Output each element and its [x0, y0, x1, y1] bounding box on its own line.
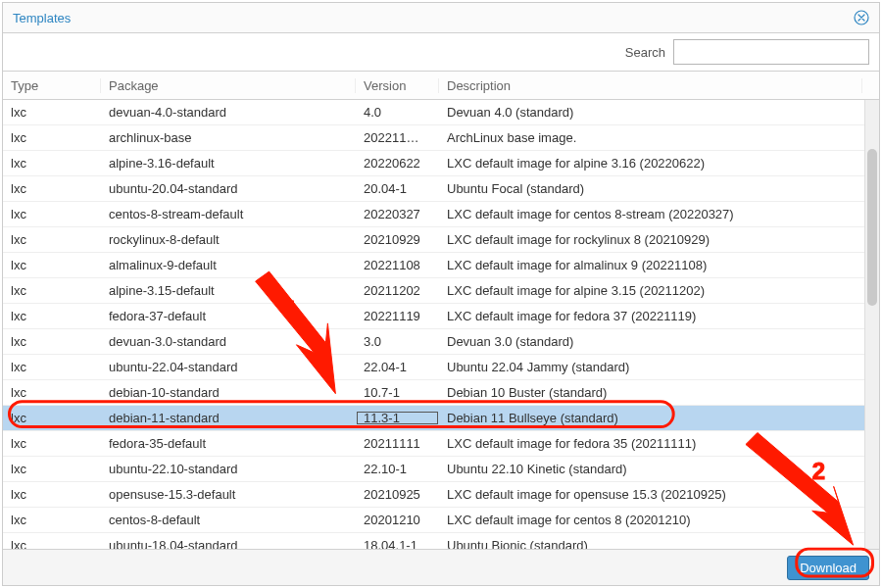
cell-type: lxc	[3, 232, 101, 247]
cell-type: lxc	[3, 258, 101, 272]
close-icon[interactable]	[854, 10, 869, 25]
table-row[interactable]: lxccentos-8-stream-default20220327LXC de…	[3, 202, 879, 227]
cell-type: lxc	[3, 487, 101, 502]
cell-version: 20.04-1	[356, 181, 439, 196]
cell-description: LXC default image for alpine 3.16 (20220…	[439, 156, 879, 171]
download-button[interactable]: Download	[787, 556, 869, 580]
cell-type: lxc	[3, 385, 101, 400]
cell-type: lxc	[3, 156, 101, 171]
cell-version: 20210929	[356, 232, 439, 247]
header-type[interactable]: Type	[3, 78, 101, 93]
cell-type: lxc	[3, 411, 101, 425]
cell-type: lxc	[3, 283, 101, 298]
cell-description: LXC default image for alpine 3.15 (20211…	[439, 283, 879, 298]
cell-type: lxc	[3, 130, 101, 145]
cell-package: ubuntu-20.04-standard	[101, 181, 356, 196]
cell-version: 11.3-1	[356, 411, 439, 425]
cell-version: 4.0	[356, 105, 439, 120]
table-row[interactable]: lxcdebian-11-standard11.3-1Debian 11 Bul…	[3, 406, 879, 431]
cell-version: 20220622	[356, 156, 439, 171]
cell-type: lxc	[3, 360, 101, 374]
cell-type: lxc	[3, 105, 101, 120]
table-row[interactable]: lxcfedora-37-default20221119LXC default …	[3, 304, 879, 329]
cell-version: 20211202	[356, 283, 439, 298]
cell-package: ubuntu-22.10-standard	[101, 462, 356, 476]
cell-description: LXC default image for fedora 37 (2022111…	[439, 309, 879, 323]
cell-description: LXC default image for almalinux 9 (20221…	[439, 258, 879, 272]
cell-version: 18.04.1-1	[356, 538, 439, 549]
cell-package: ubuntu-22.04-standard	[101, 360, 356, 374]
cell-description: Ubuntu Bionic (standard)	[439, 538, 879, 549]
table-row[interactable]: lxcopensuse-15.3-default20210925LXC defa…	[3, 482, 879, 508]
search-input[interactable]	[673, 39, 869, 65]
cell-type: lxc	[3, 513, 101, 527]
cell-description: Devuan 3.0 (standard)	[439, 334, 879, 349]
table-row[interactable]: lxcrockylinux-8-default20210929LXC defau…	[3, 227, 879, 253]
cell-package: devuan-3.0-standard	[101, 334, 356, 349]
table-row[interactable]: lxcdevuan-3.0-standard3.0Devuan 3.0 (sta…	[3, 329, 879, 355]
cell-description: LXC default image for centos 8 (20201210…	[439, 513, 879, 527]
table-row[interactable]: lxccentos-8-default20201210LXC default i…	[3, 508, 879, 533]
table-row[interactable]: lxcubuntu-18.04-standard18.04.1-1Ubuntu …	[3, 533, 879, 549]
cell-package: debian-11-standard	[101, 411, 356, 425]
cell-package: centos-8-stream-default	[101, 207, 356, 221]
cell-type: lxc	[3, 334, 101, 349]
cell-version: 22.10-1	[356, 462, 439, 476]
header-version[interactable]: Version	[356, 78, 439, 93]
table-row[interactable]: lxcubuntu-22.04-standard22.04-1Ubuntu 22…	[3, 355, 879, 380]
cell-version: 20201210	[356, 513, 439, 527]
table-row[interactable]: lxcdevuan-4.0-standard4.0Devuan 4.0 (sta…	[3, 100, 879, 125]
cell-description: Debian 10 Buster (standard)	[439, 385, 879, 400]
cell-package: rockylinux-8-default	[101, 232, 356, 247]
cell-version: 20221108	[356, 258, 439, 272]
cell-version: 20211111	[356, 436, 439, 451]
table-header: Type Package Version Description	[3, 72, 879, 100]
header-description[interactable]: Description	[439, 78, 862, 93]
cell-description: Ubuntu Focal (standard)	[439, 181, 879, 196]
cell-package: alpine-3.15-default	[101, 283, 356, 298]
cell-version: 20210925	[356, 487, 439, 502]
cell-package: debian-10-standard	[101, 385, 356, 400]
cell-description: ArchLinux base image.	[439, 130, 879, 145]
table-row[interactable]: lxcalpine-3.15-default20211202LXC defaul…	[3, 278, 879, 304]
cell-description: LXC default image for fedora 35 (2021111…	[439, 436, 879, 451]
cell-description: Debian 11 Bullseye (standard)	[439, 411, 879, 425]
cell-description: Ubuntu 22.10 Kinetic (standard)	[439, 462, 879, 476]
cell-description: LXC default image for opensuse 15.3 (202…	[439, 487, 879, 502]
cell-type: lxc	[3, 207, 101, 221]
cell-package: opensuse-15.3-default	[101, 487, 356, 502]
cell-version: 202211…	[356, 130, 439, 145]
cell-package: almalinux-9-default	[101, 258, 356, 272]
cell-type: lxc	[3, 181, 101, 196]
vertical-scrollbar[interactable]	[864, 100, 879, 549]
cell-version: 3.0	[356, 334, 439, 349]
cell-package: centos-8-default	[101, 513, 356, 527]
table-row[interactable]: lxcfedora-35-default20211111LXC default …	[3, 431, 879, 457]
cell-package: devuan-4.0-standard	[101, 105, 356, 120]
cell-package: fedora-35-default	[101, 436, 356, 451]
cell-version: 20220327	[356, 207, 439, 221]
search-label: Search	[625, 45, 665, 60]
cell-version: 20221119	[356, 309, 439, 323]
table-row[interactable]: lxcubuntu-20.04-standard20.04-1Ubuntu Fo…	[3, 176, 879, 202]
table-row[interactable]: lxcarchlinux-base202211…ArchLinux base i…	[3, 125, 879, 151]
cell-version: 10.7-1	[356, 385, 439, 400]
table-row[interactable]: lxcalpine-3.16-default20220622LXC defaul…	[3, 151, 879, 176]
cell-description: LXC default image for centos 8-stream (2…	[439, 207, 879, 221]
cell-type: lxc	[3, 436, 101, 451]
table-row[interactable]: lxcdebian-10-standard10.7-1Debian 10 Bus…	[3, 380, 879, 406]
cell-package: ubuntu-18.04-standard	[101, 538, 356, 549]
cell-type: lxc	[3, 462, 101, 476]
cell-package: archlinux-base	[101, 130, 356, 145]
header-package[interactable]: Package	[101, 78, 356, 93]
cell-description: Ubuntu 22.04 Jammy (standard)	[439, 360, 879, 374]
table-row[interactable]: lxcubuntu-22.10-standard22.10-1Ubuntu 22…	[3, 457, 879, 482]
cell-description: LXC default image for rockylinux 8 (2021…	[439, 232, 879, 247]
dialog-title: Templates	[13, 11, 71, 25]
cell-type: lxc	[3, 538, 101, 549]
cell-description: Devuan 4.0 (standard)	[439, 105, 879, 120]
scrollbar-thumb[interactable]	[867, 149, 877, 306]
table-row[interactable]: lxcalmalinux-9-default20221108LXC defaul…	[3, 253, 879, 278]
cell-type: lxc	[3, 309, 101, 323]
cell-package: alpine-3.16-default	[101, 156, 356, 171]
